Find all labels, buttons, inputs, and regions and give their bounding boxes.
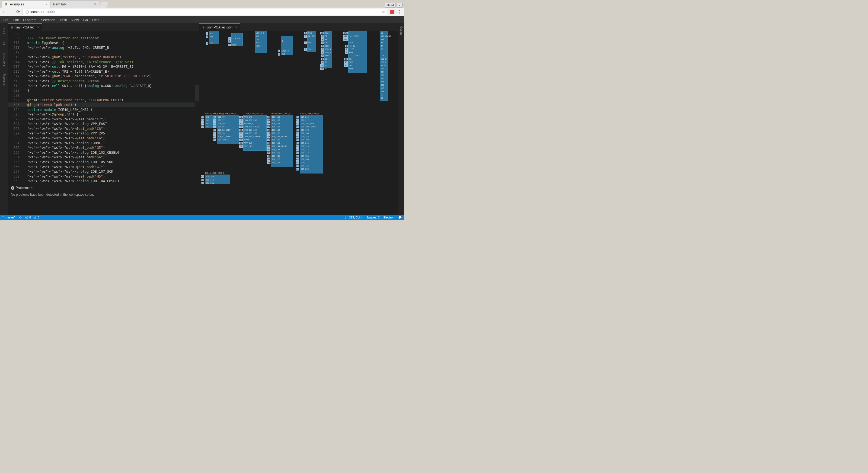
activity-extensions[interactable]: Extensions [3, 53, 6, 66]
close-icon[interactable]: × [37, 26, 39, 29]
status-backend[interactable]: Electron [383, 216, 394, 219]
extension-icon[interactable] [390, 10, 394, 14]
close-icon[interactable]: × [235, 26, 237, 29]
code-line[interactable]: 310 module FpgaReset { [8, 40, 195, 45]
problems-tab[interactable]: ! Problems × [11, 186, 33, 190]
code-line[interactable]: 314 "ws">·"ws">·// 10k resistor, 1% tole… [8, 60, 195, 65]
code-text: "ws">·"ws">·"ws">·"ws">·@set_pad("G5") [23, 145, 195, 150]
menu-diagram[interactable]: Diagram [23, 18, 36, 22]
close-icon[interactable]: × [31, 186, 33, 190]
code-line[interactable]: 311 "ws">·"ws">·analog '+3.3V, GND, CRES… [8, 45, 195, 50]
menu-selection[interactable]: Selection [41, 18, 55, 22]
diagram-component[interactable]: S5141_GBIN224B4A3A3BCLKUSB_NUSB_P+3.3V+5… [380, 31, 388, 101]
diagram-component[interactable]: ICE40_LP8K_CM81_FIOT_214IOT_212IOT_197_G… [300, 115, 323, 173]
code-line[interactable]: 323 @fpga("ice40-lp8k-cm81") [8, 102, 195, 107]
window-close-button[interactable]: × [397, 3, 403, 8]
activity-files[interactable]: Files [3, 28, 6, 34]
diagram-component[interactable]: VOUTVINGND123 [209, 31, 219, 44]
component-pin: IOR_113 [272, 132, 280, 135]
code-line[interactable]: 339 "ws">·"ws">·"ws">·"ws">·analog IOB_1… [8, 179, 195, 183]
component-pin-number: A7 [296, 151, 299, 154]
status-sync[interactable]: ⟲ [19, 216, 22, 219]
status-cursor[interactable]: Ln 323, Col 4 [345, 216, 362, 219]
status-branch[interactable]: ᛘ master* [2, 216, 15, 219]
code-line[interactable]: 316 "ws">·"ws">·cell TP2 = Tp() {A=CRESE… [8, 69, 195, 74]
code-text: "ws">·"ws">·cell TP2 = Tp() {A=CRESET_B} [23, 69, 195, 74]
code-line[interactable]: 324 declare module ICE40_LP8K_CM81 { [8, 107, 195, 112]
code-editor[interactable]: 308309 /// FPGA reset button and testpoi… [8, 31, 199, 184]
code-line[interactable]: 312 [8, 50, 195, 55]
diagram-component[interactable]: ICE40_LP8K_CM81_AVCC_SPIIOB_106_SDICRESE… [243, 115, 267, 151]
code-line[interactable]: 319 "ws">·"ws">·cell SW1 = cell {analog … [8, 83, 195, 88]
diagram-component[interactable]: D+ShieldGND56 [281, 36, 293, 55]
code-line[interactable]: 318 "ws">·"ws">·// Reset/Program Button [8, 78, 195, 83]
component-pin: VCC [256, 35, 259, 38]
code-line[interactable]: 317 "ws">·"ws">·@bom("C&K Components", "… [8, 74, 195, 78]
code-line[interactable]: 329 "ws">·"ws">·"ws">·"ws">·analog VPP_2… [8, 131, 195, 136]
menu-edit[interactable]: Edit [13, 18, 19, 22]
code-line[interactable]: 332 "ws">·"ws">·"ws">·"ws">·@set_pad("G5… [8, 145, 195, 150]
back-button[interactable]: ← [2, 9, 6, 14]
code-line[interactable]: 315 "ws">·"ws">·cell R6 = $R(10k) {A='+3… [8, 64, 195, 69]
browser-tab-inactive[interactable]: New Tab × [50, 1, 99, 8]
user-button[interactable]: David [385, 3, 396, 8]
reload-button[interactable]: ⟳ [16, 9, 20, 14]
menu-icon[interactable]: ⋮ [397, 9, 402, 15]
editor-tabbar-right: 🗎 tinyFPGA.lec.json × [199, 23, 398, 31]
notifications-icon[interactable]: 💬 [398, 216, 402, 219]
component-pin-number: 3 [206, 42, 208, 45]
code-line[interactable]: 335 "ws">·"ws">·"ws">·"ws">·analog IOB_1… [8, 160, 195, 165]
outline-bar[interactable]: Outline [398, 23, 404, 215]
minimap[interactable] [195, 31, 199, 184]
code-line[interactable]: 309 /// FPGA reset button and testpoint [8, 36, 195, 41]
component-pin: SS [308, 48, 311, 51]
code-line[interactable]: 322 @bom("Lattice Semiconductor", "ICE40… [8, 98, 195, 102]
menu-go[interactable]: Go [83, 18, 88, 22]
diagram-component[interactable]: SCKWP SDOSDISS6321 [307, 31, 316, 52]
code-line[interactable]: 331 "ws">·"ws">·"ws">·"ws">·analog CDONE [8, 141, 195, 145]
forward-button[interactable]: → [9, 9, 13, 14]
menu-task[interactable]: Task [60, 18, 67, 22]
code-line[interactable]: 340 "ws">·"ws">·"ws">·"ws">·@set_pad("H6… [8, 183, 195, 184]
diagram-component[interactable]: 10A3BWP2BCLKUSB_NUSB_PGND224221S5S410985… [324, 31, 332, 68]
editor-tab[interactable]: 🗎 tinyFPGA.lec × [8, 23, 42, 31]
activity-git[interactable]: Git [3, 41, 6, 45]
close-icon[interactable]: × [94, 2, 96, 6]
code-line[interactable]: 325 "ws">·"ws">·@group("A") { [8, 112, 195, 117]
line-number: 312 [8, 50, 23, 55]
diagram-component[interactable]: ICE40_LP8K_CM81_DIOL_26BIOL_24AIOL_26AIO… [205, 175, 230, 184]
bookmark-icon[interactable]: ☆ [382, 10, 385, 14]
editor-tab[interactable]: 🗎 tinyFPGA.lec.json × [199, 23, 240, 31]
code-line[interactable]: 326 "ws">·"ws">·"ws">·"ws">·@set_pad("C7… [8, 117, 195, 122]
code-line[interactable]: 337 "ws">·"ws">·"ws">·"ws">·analog IOB_1… [8, 169, 195, 174]
code-line[interactable]: 327 "ws">·"ws">·"ws">·"ws">·analog VPP_F… [8, 122, 195, 126]
diagram-component[interactable]: ICE40_LP8K_CM81_EIOR_110IOR_109IOR_111IO… [271, 115, 293, 167]
diagram-viewer[interactable]: VOUTVINGND123VIN VOUTGND1 54VCCIO_0VCCGN… [199, 31, 398, 184]
code-line[interactable]: 321 [8, 93, 195, 98]
menu-file[interactable]: File [3, 18, 8, 22]
diagram-component[interactable]: VIN VOUTGND1 54 [231, 33, 243, 46]
code-line[interactable]: 328 "ws">·"ws">·"ws">·"ws">·@set_pad("C8… [8, 126, 195, 131]
diagram-component[interactable]: 141_GBIN2+5V+3.3V+1V2GND141_GBIN2SSSCKSD… [348, 31, 367, 73]
code-line[interactable]: 308 [8, 31, 195, 36]
code-line[interactable]: 313 "ws">·"ws">·@bom("Vishay", "CRCW0402… [8, 55, 195, 60]
code-line[interactable]: 330 "ws">·"ws">·"ws">·"ws">·@set_pad("E6… [8, 136, 195, 141]
component-pin-number: A8 [296, 148, 299, 151]
menu-help[interactable]: Help [92, 18, 99, 22]
activity-git-history[interactable]: Git History [3, 73, 6, 86]
code-line[interactable]: 336 "ws">·"ws">·"ws">·"ws">·@set_pad("G7… [8, 165, 195, 169]
diagram-component[interactable]: ICE40_LP8K_CM81_CIOB_70IOB_57IOB_56IOB_5… [217, 115, 239, 144]
browser-tab-active[interactable]: 🗎 examples × [2, 1, 51, 8]
new-tab-button[interactable] [99, 2, 108, 8]
code-line[interactable]: 338 "ws">·"ws">·"ws">·"ws">·@set_pad("H5… [8, 174, 195, 179]
status-errors[interactable]: ⓧ0 ⚠0 [25, 215, 39, 219]
diagram-component[interactable]: VCCIO_0VCCGND+3V3+1V2 [255, 31, 267, 53]
site-info-icon[interactable]: i [25, 10, 29, 14]
status-indent[interactable]: Spaces: 2 [367, 216, 380, 219]
menu-view[interactable]: View [71, 18, 79, 22]
code-line[interactable]: 333 "ws">·"ws">·"ws">·"ws">·analog IOB_1… [8, 150, 195, 155]
url-bar[interactable]: i localhost:3000 ☆ [23, 9, 388, 15]
close-icon[interactable]: × [45, 2, 48, 6]
code-line[interactable]: 320 } [8, 88, 195, 93]
code-line[interactable]: 334 "ws">·"ws">·"ws">·"ws">·@set_pad("G6… [8, 155, 195, 160]
